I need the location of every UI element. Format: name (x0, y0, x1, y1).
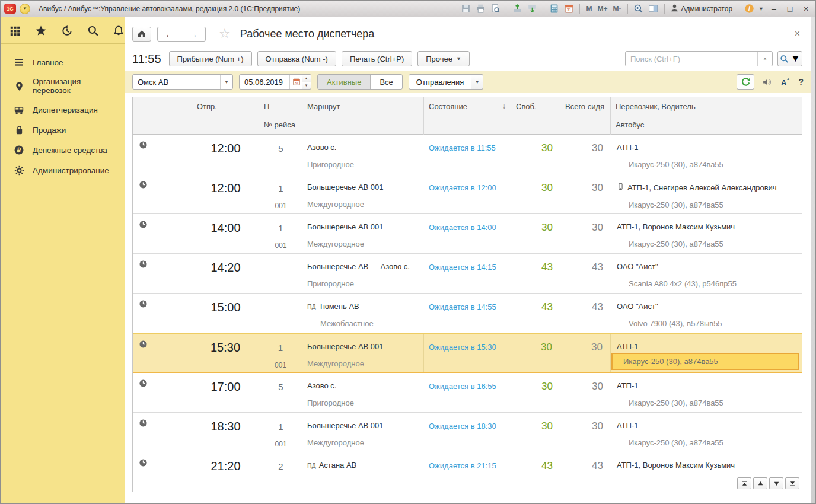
date-field[interactable]: 05.06.2019 31 (239, 74, 304, 90)
print-preview-icon[interactable] (490, 4, 501, 14)
station-select[interactable]: Омск АВ ▼ (132, 74, 233, 90)
clock-status-icon (139, 419, 148, 429)
calendar-icon[interactable]: 31 (563, 4, 574, 14)
calendar-picker-icon[interactable]: 31 (289, 75, 303, 89)
table-row[interactable]: 17:00 5 Азово с.Пригородное Ожидается в … (133, 373, 802, 413)
scroll-to-top-button[interactable] (737, 477, 751, 489)
clock-status-icon (139, 340, 148, 350)
current-user[interactable]: Администратор (670, 4, 733, 14)
save-icon[interactable] (460, 4, 471, 14)
sidebar-item-administration[interactable]: Администрирование (1, 160, 125, 180)
table-row[interactable]: 12:00 5 Азово с.Пригородное Ожидается в … (133, 135, 802, 174)
sidebar-item-transport-organization[interactable]: Организация перевозок (1, 72, 125, 100)
get-link-icon[interactable] (527, 4, 537, 14)
memory-minus-button[interactable]: M- (613, 5, 622, 13)
print-button[interactable]: Печать (Ctrl+P) (342, 51, 412, 66)
memory-m-button[interactable]: M (585, 5, 592, 13)
close-button[interactable]: × (800, 4, 812, 14)
notifications-bell-icon[interactable] (112, 24, 125, 37)
back-button[interactable]: ← (158, 27, 181, 41)
quick-menu-icon[interactable]: ▼ (20, 4, 30, 14)
help-icon[interactable]: ? (798, 77, 804, 87)
sidebar-item-main[interactable]: Главное (1, 52, 125, 72)
table-row[interactable]: 12:00 1001 Большеречье АВ 001Междугородн… (133, 174, 802, 214)
scroll-to-bottom-button[interactable] (785, 477, 799, 489)
sidebar-item-money[interactable]: ₽Денежные средства (1, 140, 125, 160)
bus-cell[interactable]: Scania A80 4x2 (43), р546пр55 (617, 279, 799, 288)
clear-search-button[interactable]: × (757, 52, 772, 66)
header-otpr[interactable]: Отпр. (192, 97, 259, 135)
header-flight[interactable]: № рейса (259, 116, 302, 135)
history-icon[interactable] (60, 24, 74, 37)
clock-status-icon (139, 141, 148, 151)
bus-cell[interactable]: Икарус-250 (30), а874ва55 (611, 353, 799, 370)
route-cell: Большеречье АВ 001Междугородное (302, 334, 424, 372)
location-pin-icon (14, 81, 24, 91)
table-row[interactable]: 14:20 Большеречье АВ — Азово с.Пригородн… (133, 254, 802, 294)
bus-cell[interactable]: Volvo 7900 (43), в578ыв55 (617, 319, 799, 328)
platform-cell: 1001 (259, 174, 302, 213)
bus-cell[interactable]: Икарус-250 (30), а874ва55 (617, 160, 799, 169)
print-icon[interactable] (475, 4, 486, 14)
header-carrier[interactable]: Перевозчик, Водитель (611, 97, 802, 116)
header-total[interactable]: Всего сидя (560, 97, 611, 116)
bus-cell[interactable]: Икарус-250 (30), а874ва55 (617, 200, 799, 209)
ruble-icon: ₽ (14, 145, 24, 155)
bus-cell[interactable]: Икарус-250 (30), а874ва55 (617, 398, 799, 407)
arrival-button[interactable]: Прибытие (Num +) (169, 51, 252, 66)
more-button[interactable]: Прочее▼ (417, 51, 470, 66)
header-bus[interactable]: Автобус (611, 116, 802, 135)
scroll-down-button[interactable] (769, 477, 783, 489)
info-dropdown-icon[interactable]: ▼ (758, 6, 764, 12)
table-row[interactable]: 21:20 2 ПДАстана АВ Ожидается в 21:15 43… (133, 452, 802, 492)
table-row[interactable]: 15:30 1001 Большеречье АВ 001Междугородн… (133, 333, 802, 373)
search-input[interactable] (626, 52, 757, 66)
speaker-icon[interactable] (762, 77, 772, 87)
search-button[interactable]: ▼ (777, 51, 802, 66)
info-icon[interactable]: i (744, 4, 754, 14)
sidebar-item-sales[interactable]: Продажи (1, 120, 125, 140)
header-free[interactable]: Своб. (511, 97, 560, 116)
carrier-cell: АТП-1Икарус-250 (30), а874ва55 (611, 135, 802, 174)
table-row[interactable]: 14:00 1001 Большеречье АВ 001Междугородн… (133, 214, 802, 254)
departure-time: 12:00 (192, 135, 259, 174)
refresh-button[interactable] (737, 74, 754, 90)
maximize-button[interactable]: □ (784, 4, 796, 14)
departure-button[interactable]: Отправка (Num -) (257, 51, 336, 66)
station-dropdown-icon[interactable]: ▼ (220, 75, 232, 89)
total-seats: 30 (560, 135, 611, 174)
home-button[interactable] (132, 27, 151, 42)
date-stepper[interactable]: ▲▼ (302, 74, 311, 90)
zoom-icon[interactable] (633, 4, 644, 14)
table-row[interactable]: 18:30 1001 Большеречье АВ 001Междугородн… (133, 413, 802, 452)
sidebar-item-dispatching[interactable]: Диспетчеризация (1, 100, 125, 120)
apps-grid-icon[interactable] (9, 24, 22, 37)
font-size-icon[interactable]: А (780, 77, 791, 87)
mode-all-button[interactable]: Все (371, 75, 401, 89)
minimize-button[interactable]: – (768, 4, 780, 14)
table-row[interactable]: 15:00 ПДТюмень АВМежобластное Ожидается … (133, 294, 802, 333)
view-value[interactable]: Отправления (409, 74, 471, 90)
calculator-icon[interactable] (549, 4, 559, 14)
header-route[interactable]: Маршрут (302, 97, 424, 116)
header-platform[interactable]: П (259, 97, 302, 116)
close-workplace-button[interactable]: × (792, 28, 802, 39)
carrier-cell: АТП-1Икарус-250 (30), а874ва55 (611, 373, 802, 412)
forward-button[interactable]: → (181, 27, 205, 41)
svg-text:31: 31 (567, 8, 572, 12)
bus-cell[interactable]: Икарус-250 (30), а874ва55 (617, 240, 799, 248)
view-dropdown-icon[interactable]: ▼ (471, 74, 483, 90)
free-seats: 30 (511, 135, 560, 174)
memory-plus-button[interactable]: M+ (597, 5, 608, 13)
header-status[interactable]: Состояние↓ (424, 97, 511, 116)
platform-cell: 5 (259, 373, 302, 412)
favorites-star-icon[interactable] (35, 24, 48, 37)
split-window-icon[interactable] (648, 4, 659, 14)
carrier-cell: АТП-1, Снегирев Алексей АлександровичИка… (611, 174, 802, 213)
search-icon[interactable] (87, 24, 100, 37)
mode-active-button[interactable]: Активные (318, 75, 371, 89)
add-link-icon[interactable] (512, 4, 522, 14)
favorite-star-icon[interactable]: ☆ (219, 26, 231, 42)
scroll-up-button[interactable] (753, 477, 767, 489)
bus-cell[interactable]: Икарус-250 (30), а874ва55 (617, 438, 799, 447)
